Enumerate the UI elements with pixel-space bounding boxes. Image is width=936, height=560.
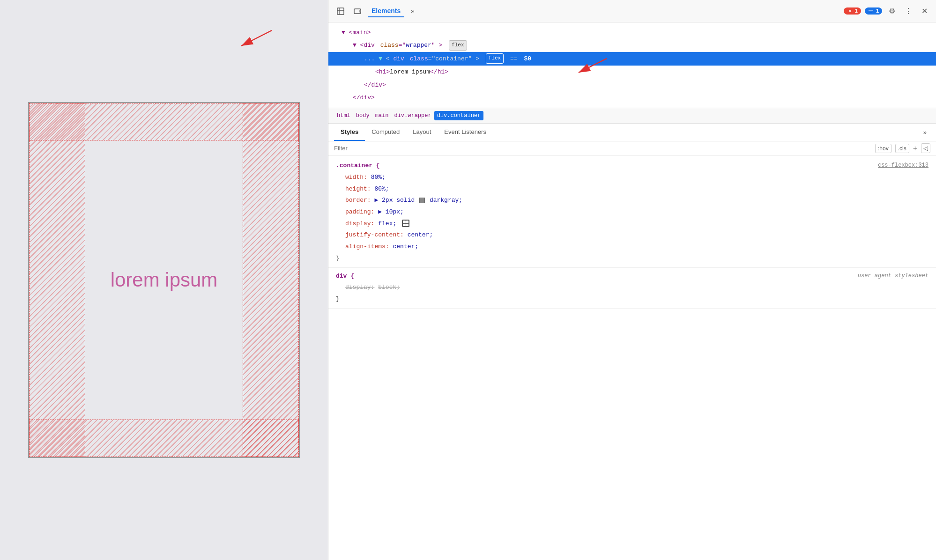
devtools-toolbar: Elements » ✕ 1 1 ⚙ ⋮ ✕ [328, 0, 936, 22]
hatch-left [29, 103, 85, 457]
inspect-icon[interactable] [334, 5, 347, 18]
flex-badge-wrapper[interactable]: flex [449, 40, 467, 51]
svg-rect-2 [337, 8, 344, 15]
device-icon[interactable] [351, 5, 364, 18]
devtools-panel: Elements » ✕ 1 1 ⚙ ⋮ ✕ ▼ <main> ▼ <div c… [328, 0, 936, 560]
preview-outer-box: lorem ipsum [28, 102, 300, 458]
cls-filter-button[interactable]: .cls [895, 144, 909, 153]
css-prop-height: height: 80%; [336, 184, 929, 195]
svg-rect-9 [869, 9, 873, 13]
dom-tree: ▼ <main> ▼ <div class="wrapper" > flex .… [328, 22, 936, 108]
user-agent-label: user agent stylesheet [858, 271, 929, 281]
breadcrumb-html[interactable]: html [334, 111, 353, 120]
more-tabs-button[interactable]: » [408, 6, 417, 16]
css-prop-width: width: 80%; [336, 172, 929, 184]
tab-layout[interactable]: Layout [406, 124, 438, 141]
hatch-top [29, 103, 299, 140]
message-badge[interactable]: 1 [865, 7, 882, 15]
tab-elements[interactable]: Elements [368, 5, 404, 17]
tab-event-listeners[interactable]: Event Listeners [438, 124, 493, 141]
lorem-ipsum-text: lorem ipsum [111, 269, 218, 291]
svg-line-1 [241, 30, 272, 46]
toggle-sidebar-icon[interactable]: ◁ [921, 143, 930, 153]
breadcrumb-div-wrapper[interactable]: div.wrapper [391, 111, 434, 120]
svg-text:✕: ✕ [848, 9, 851, 14]
styles-panel: css-flexbox:313 .container { width: 80%;… [328, 155, 936, 560]
dom-line-close-container[interactable]: </div> [328, 79, 936, 91]
settings-icon[interactable]: ⚙ [886, 5, 898, 17]
color-swatch-darkgray[interactable] [419, 198, 425, 203]
css-selector-div[interactable]: div { [336, 273, 354, 280]
css-prop-display: display: flex; [336, 218, 929, 230]
panel-tabs: Styles Computed Layout Event Listeners » [328, 124, 936, 141]
hatch-right [243, 103, 299, 457]
css-prop-padding: padding: ▶ 10px; [336, 206, 929, 218]
css-rule-div: user agent stylesheet div { display: blo… [328, 268, 936, 309]
browser-preview: lorem ipsum [0, 0, 328, 560]
preview-content: lorem ipsum [85, 140, 243, 420]
flex-grid-icon[interactable] [402, 220, 409, 227]
dom-line-container[interactable]: ... ▼ < div class="container" > flex == … [328, 52, 936, 66]
breadcrumb-div-container[interactable]: div.container [434, 111, 484, 120]
css-source-flexbox[interactable]: css-flexbox:313 [878, 160, 929, 171]
dom-line-close-wrapper[interactable]: </div> [328, 91, 936, 104]
css-selector-container[interactable]: .container { [336, 162, 380, 169]
hatch-bottom [29, 420, 299, 457]
css-prop-border: border: ▶ 2px solid darkgray; [336, 195, 929, 206]
dom-line-wrapper[interactable]: ▼ <div class="wrapper" > flex [328, 39, 936, 52]
arrow-top-right [164, 19, 305, 66]
breadcrumb-bar: html body main div.wrapper div.container [328, 108, 936, 124]
filter-input[interactable] [334, 145, 871, 152]
breadcrumb-body[interactable]: body [353, 111, 372, 120]
flex-badge-container[interactable]: flex [486, 53, 504, 64]
panel-tabs-more[interactable]: » [920, 124, 930, 140]
dom-line-main[interactable]: ▼ <main> [328, 26, 936, 39]
css-rule-container: css-flexbox:313 .container { width: 80%;… [328, 157, 936, 267]
more-options-icon[interactable]: ⋮ [902, 5, 915, 17]
css-prop-display-div: display: block; [336, 282, 929, 294]
filter-bar: :hov .cls + ◁ [328, 141, 936, 155]
tab-computed[interactable]: Computed [365, 124, 406, 141]
css-prop-align-items: align-items: center; [336, 241, 929, 253]
tab-styles[interactable]: Styles [334, 124, 365, 141]
close-icon[interactable]: ✕ [919, 5, 930, 17]
dom-line-h1[interactable]: <h1>lorem ipsum</h1> [328, 66, 936, 78]
hover-filter-button[interactable]: :hov [875, 144, 891, 153]
breadcrumb-main[interactable]: main [372, 111, 392, 120]
error-badge[interactable]: ✕ 1 [844, 7, 861, 15]
css-prop-justify-content: justify-content: center; [336, 229, 929, 241]
add-style-button[interactable]: + [913, 144, 917, 153]
